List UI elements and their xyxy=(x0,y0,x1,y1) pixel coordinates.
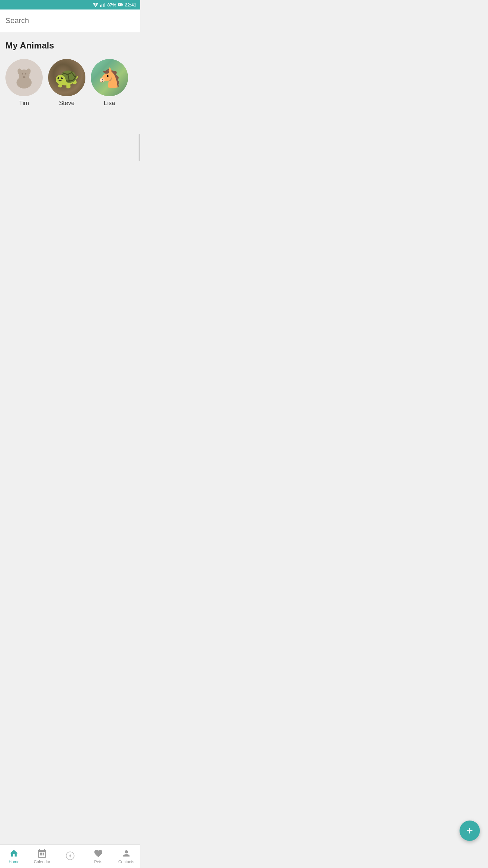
animals-list: Tim Steve Lisa xyxy=(5,59,135,107)
scroll-hint xyxy=(139,134,140,161)
search-input[interactable] xyxy=(5,16,135,25)
signal-icon xyxy=(100,2,106,7)
animal-avatar-steve xyxy=(48,59,85,96)
svg-rect-2 xyxy=(101,4,102,7)
svg-point-15 xyxy=(24,76,24,77)
animal-name-tim: Tim xyxy=(19,100,29,107)
svg-rect-7 xyxy=(122,4,123,5)
section-title: My Animals xyxy=(5,40,135,51)
dog-silhouette-icon xyxy=(11,64,38,91)
battery-level: 87% xyxy=(107,2,116,7)
animal-item-steve[interactable]: Steve xyxy=(48,59,85,107)
status-bar: 87% 22:41 xyxy=(0,0,140,9)
battery-icon xyxy=(118,3,123,7)
svg-point-0 xyxy=(95,6,96,7)
animal-item-lisa[interactable]: Lisa xyxy=(91,59,128,107)
main-content: My Animals xyxy=(0,32,140,270)
search-bar xyxy=(0,9,140,32)
wifi-icon xyxy=(93,2,99,7)
svg-rect-1 xyxy=(100,5,101,7)
svg-rect-3 xyxy=(103,4,103,7)
animal-name-steve: Steve xyxy=(59,100,75,107)
svg-rect-4 xyxy=(104,3,105,7)
clock: 22:41 xyxy=(125,2,136,7)
animal-avatar-lisa xyxy=(91,59,128,96)
svg-point-13 xyxy=(22,73,23,75)
animal-avatar-tim xyxy=(5,59,43,96)
animal-item-tim[interactable]: Tim xyxy=(5,59,43,107)
animal-name-lisa: Lisa xyxy=(104,100,115,107)
svg-point-14 xyxy=(25,73,26,75)
